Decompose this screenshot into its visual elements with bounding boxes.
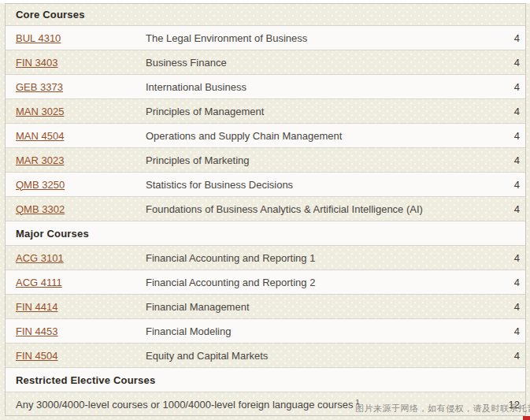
- course-code-link[interactable]: FIN 4504: [16, 350, 57, 362]
- credits-value: 4: [514, 32, 525, 44]
- course-title: The Legal Environment of Business: [146, 32, 514, 44]
- table-row: MAN 3025Principles of Management4: [6, 99, 525, 124]
- credits-value: 4: [514, 106, 525, 117]
- course-code-cell: ACG 4111: [6, 277, 146, 288]
- course-code-link[interactable]: FIN 4414: [16, 301, 57, 313]
- course-code-cell: FIN 4504: [6, 350, 146, 362]
- course-code-cell: MAR 3023: [6, 154, 146, 166]
- table-row: MAR 3023Principles of Marketing4: [6, 148, 525, 173]
- credits-value: 4: [514, 179, 525, 191]
- course-title: Financial Accounting and Reporting 1: [146, 252, 514, 264]
- table-row: ACG 4111Financial Accounting and Reporti…: [6, 270, 525, 295]
- course-title: Statistics for Business Decisions: [146, 179, 514, 191]
- table-row: GEB 3373International Business4: [6, 75, 525, 99]
- credits-value: 4: [514, 130, 525, 142]
- course-title: Principles of Marketing: [146, 154, 514, 166]
- credits-value: 4: [514, 301, 525, 313]
- course-code-link[interactable]: FIN 4453: [16, 325, 57, 337]
- table-row: FIN 4453Financial Modeling4: [6, 319, 525, 344]
- course-title: Foundations of Business Analytics & Arti…: [146, 203, 514, 215]
- table-row: ACG 3101Financial Accounting and Reporti…: [6, 246, 525, 270]
- course-code-cell: MAN 3025: [6, 106, 146, 117]
- credits-value: 4: [514, 203, 525, 215]
- course-code-cell: QMB 3250: [6, 179, 146, 191]
- table-row: FIN 4414Financial Management4: [6, 295, 525, 319]
- credits-value: 4: [514, 252, 525, 264]
- credits-value: 4: [514, 325, 525, 337]
- course-table: Core CoursesBUL 4310The Legal Environmen…: [5, 3, 526, 416]
- credits-value: 4: [514, 154, 525, 166]
- course-code-cell: MAN 4504: [6, 130, 146, 142]
- course-code-cell: FIN 3403: [6, 57, 146, 69]
- course-code-link[interactable]: ACG 4111: [16, 277, 62, 288]
- section-header-row: Core Courses: [6, 4, 525, 26]
- section-title: Core Courses: [6, 9, 85, 20]
- course-code-link[interactable]: BUL 4310: [16, 32, 61, 44]
- course-code-cell: QMB 3302: [6, 203, 146, 215]
- credits-value: 4: [514, 277, 525, 288]
- table-row: BUL 4310The Legal Environment of Busines…: [6, 26, 525, 50]
- course-code-link[interactable]: QMB 3250: [16, 179, 65, 191]
- course-code-link[interactable]: MAN 4504: [16, 130, 64, 142]
- table-row: FIN 4504Equity and Capital Markets4: [6, 344, 525, 368]
- course-title: Business Finance: [146, 57, 514, 69]
- course-code-link[interactable]: MAR 3023: [16, 154, 64, 166]
- course-code-link[interactable]: FIN 3403: [16, 57, 57, 69]
- course-code-link[interactable]: GEB 3373: [16, 81, 63, 93]
- course-code-link[interactable]: MAN 3025: [16, 106, 64, 117]
- table-row: MAN 4504Operations and Supply Chain Mana…: [6, 124, 525, 148]
- course-title: Financial Management: [146, 301, 514, 313]
- section-header-row: Restricted Elective Courses: [6, 368, 525, 392]
- red-corner-logo-fragment: [523, 416, 530, 420]
- course-title: Principles of Management: [146, 106, 514, 117]
- section-header-row: Major Courses: [6, 221, 525, 246]
- table-row: QMB 3302Foundations of Business Analytic…: [6, 197, 525, 221]
- course-code-cell: GEB 3373: [6, 81, 146, 93]
- course-code-cell: ACG 3101: [6, 252, 146, 264]
- elective-text: Any 3000/4000-level courses or 1000/4000…: [16, 399, 354, 411]
- course-title: Financial Accounting and Reporting 2: [146, 277, 514, 288]
- section-title: Major Courses: [6, 228, 89, 240]
- credits-value: 4: [514, 57, 525, 69]
- credits-value: 4: [514, 81, 525, 93]
- course-code-cell: FIN 4414: [6, 301, 146, 313]
- course-title: International Business: [146, 81, 514, 93]
- course-code-cell: FIN 4453: [6, 325, 146, 337]
- credits-value: 4: [514, 350, 525, 362]
- table-row: FIN 3403Business Finance4: [6, 50, 525, 75]
- course-title: Equity and Capital Markets: [146, 350, 514, 362]
- section-title: Restricted Elective Courses: [6, 374, 155, 386]
- course-code-cell: BUL 4310: [6, 32, 146, 44]
- course-title: Operations and Supply Chain Management: [146, 130, 514, 142]
- table-row: QMB 3250Statistics for Business Decision…: [6, 173, 525, 197]
- course-title: Financial Modeling: [146, 325, 514, 337]
- course-code-link[interactable]: QMB 3302: [16, 203, 65, 215]
- watermark-text: 图片来源于网络，如有侵权，请及时联系托普仕留学删除: [355, 403, 530, 414]
- course-code-link[interactable]: ACG 3101: [16, 252, 64, 264]
